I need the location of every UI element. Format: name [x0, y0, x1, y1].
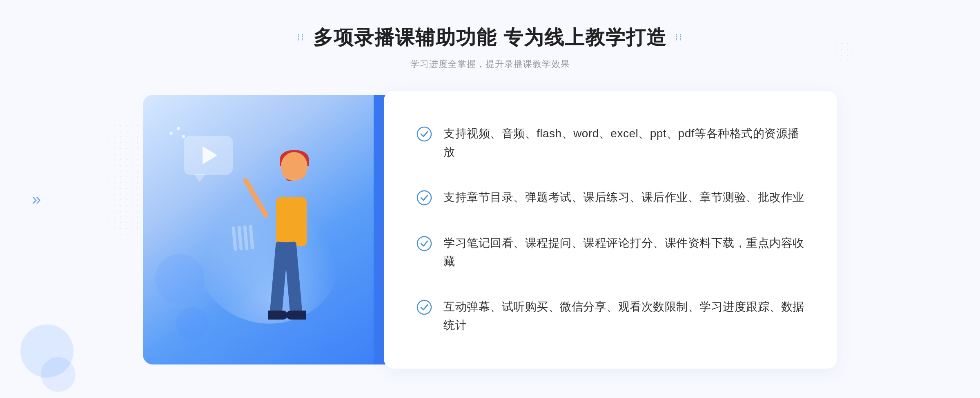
page-subtitle: 学习进度全掌握，提升录播课教学效果	[297, 58, 683, 70]
title-dots-right: ⁞⁞	[675, 32, 683, 43]
check-icon-4	[416, 300, 432, 315]
person-leg-right	[284, 241, 303, 316]
feature-text-2: 支持章节目录、弹题考试、课后练习、课后作业、章节测验、批改作业	[443, 188, 804, 207]
person-arm-raised	[243, 177, 269, 219]
svg-point-0	[417, 127, 431, 141]
feature-item-2: 支持章节目录、弹题考试、课后练习、课后作业、章节测验、批改作业	[416, 188, 804, 207]
svg-point-1	[417, 191, 431, 205]
page-title: 多项录播课辅助功能 专为线上教学打造	[313, 25, 666, 51]
page-container: » ⁞⁞ 多项录播课辅助功能 专为线上教学打造 ⁞⁞ 学习进度全掌握，提升录播课…	[0, 0, 980, 398]
deco-circle-large	[155, 254, 204, 303]
feature-item-4: 互动弹幕、试听购买、微信分享、观看次数限制、学习进度跟踪、数据统计	[416, 298, 804, 335]
person-body	[276, 197, 307, 246]
play-icon	[203, 146, 217, 164]
svg-point-2	[417, 237, 431, 250]
sparkle-dot-3	[182, 135, 185, 138]
sparkle-dot-2	[177, 127, 180, 130]
feature-text-4: 互动弹幕、试听购买、微信分享、观看次数限制、学习进度跟踪、数据统计	[443, 298, 804, 335]
features-panel: 支持视频、音频、flash、word、excel、ppt、pdf等各种格式的资源…	[384, 91, 837, 369]
svg-point-3	[417, 300, 431, 314]
deco-bottom-circle-2	[41, 357, 76, 392]
check-icon-2	[416, 190, 432, 206]
person-figure	[224, 152, 338, 364]
feature-item-3: 学习笔记回看、课程提问、课程评论打分、课件资料下载，重点内容收藏	[416, 234, 804, 271]
deco-circle-small	[176, 307, 208, 340]
person-shoe-right	[286, 311, 306, 320]
left-chevron-decoration: »	[32, 191, 41, 207]
header-title-row: ⁞⁞ 多项录播课辅助功能 专为线上教学打造 ⁞⁞	[297, 25, 683, 51]
check-icon-3	[416, 236, 432, 251]
check-icon-1	[416, 126, 432, 142]
feature-text-1: 支持视频、音频、flash、word、excel、ppt、pdf等各种格式的资源…	[443, 125, 804, 161]
person-head	[281, 152, 307, 181]
illustration-panel	[143, 95, 396, 364]
main-content: 支持视频、音频、flash、word、excel、ppt、pdf等各种格式的资源…	[143, 91, 837, 369]
sparkle-dot-1	[169, 132, 173, 135]
header-section: ⁞⁞ 多项录播课辅助功能 专为线上教学打造 ⁞⁞ 学习进度全掌握，提升录播课教学…	[297, 25, 683, 70]
person-shoe-left	[268, 311, 287, 320]
title-dots-left: ⁞⁞	[297, 32, 305, 43]
dot-grid-right-decoration	[833, 41, 858, 65]
feature-item-1: 支持视频、音频、flash、word、excel、ppt、pdf等各种格式的资源…	[416, 125, 804, 161]
feature-text-3: 学习笔记回看、课程提问、课程评论打分、课件资料下载，重点内容收藏	[443, 234, 804, 271]
